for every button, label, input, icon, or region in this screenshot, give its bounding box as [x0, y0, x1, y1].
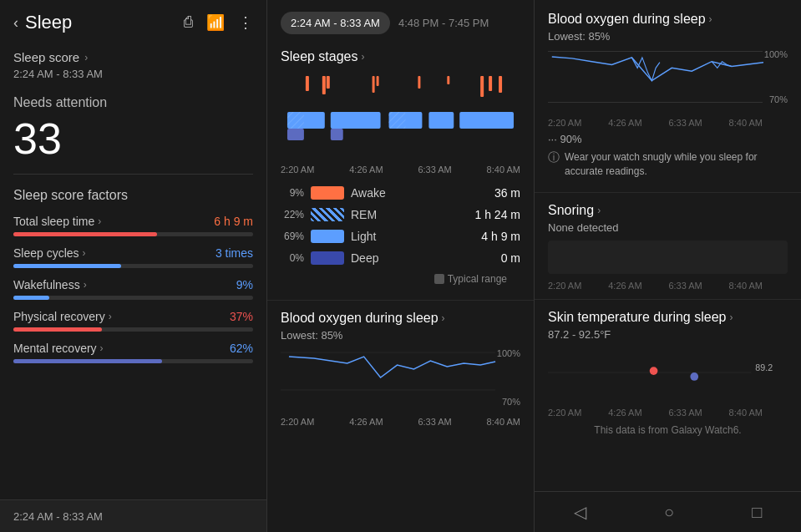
deep-pct: 0%	[281, 252, 304, 264]
light-time: 4 h 9 m	[481, 230, 520, 243]
mid-header: 2:24 AM - 8:33 AM 4:48 PM - 7:45 PM	[267, 0, 534, 43]
pct-70-mid: 70%	[502, 397, 520, 407]
right-panel: Blood oxygen during sleep › Lowest: 85% …	[535, 0, 801, 532]
left-header: ‹ Sleep ⎙ 📶 ⋮	[0, 0, 266, 42]
factor-value-physical-recovery: 37%	[230, 310, 253, 323]
chart-time-3: 6:33 AM	[418, 165, 451, 175]
svg-rect-9	[499, 76, 502, 93]
deep-time: 0 m	[501, 251, 520, 265]
svg-rect-8	[489, 76, 492, 91]
pct-100-mid: 100%	[497, 348, 520, 358]
legend-area: 9% Awake 36 m 22% REM 1 h 24 m 69% Light…	[267, 178, 534, 300]
svg-rect-6	[447, 76, 449, 84]
factor-label-wakefulness: Wakefulness ›	[13, 278, 87, 291]
share-icon[interactable]: ⎙	[184, 13, 193, 32]
light-color	[311, 230, 344, 243]
awake-time: 36 m	[494, 186, 520, 200]
sleep-score-row[interactable]: Sleep score ›	[0, 42, 266, 68]
factor-label-physical-recovery: Physical recovery ›	[13, 310, 112, 323]
factor-sleep-cycles[interactable]: Sleep cycles › 3 times	[0, 241, 266, 273]
factor-wakefulness[interactable]: Wakefulness › 9%	[0, 273, 266, 305]
legend-light: 69% Light 4 h 9 m	[281, 230, 520, 243]
factor-mental-recovery[interactable]: Mental recovery › 62%	[0, 337, 266, 368]
factor-label-sleep-cycles: Sleep cycles ›	[13, 246, 86, 260]
snoring-section: Snoring › None detected 2:20 AM 4:26 AM …	[535, 193, 801, 300]
wear-note: Wear your watch snugly while you sleep f…	[565, 150, 788, 179]
time-range-mid: 4:48 PM - 7:45 PM	[398, 17, 489, 29]
skin-temp-chart: 89.2	[548, 347, 788, 406]
nav-back-button[interactable]: ◁	[557, 499, 603, 525]
snoring-times: 2:20 AM 4:26 AM 6:33 AM 8:40 AM	[548, 279, 788, 291]
factors-title: Sleep score factors	[0, 178, 266, 210]
svg-rect-19	[389, 112, 406, 129]
sleep-score-number: 33	[0, 114, 266, 170]
svg-rect-16	[331, 129, 343, 140]
needs-attention-label: Needs attention	[0, 89, 266, 114]
sleep-stages-header[interactable]: Sleep stages ›	[267, 43, 534, 69]
snoring-title[interactable]: Snoring ›	[548, 203, 788, 218]
nav-recent-button[interactable]: □	[735, 499, 778, 525]
typical-icon	[434, 274, 444, 284]
snoring-chart	[548, 241, 788, 274]
divider	[13, 174, 253, 175]
svg-rect-15	[287, 129, 304, 140]
svg-rect-14	[459, 112, 514, 129]
page-title: Sleep	[25, 12, 72, 33]
nav-home-button[interactable]: ○	[647, 499, 691, 525]
svg-rect-2	[327, 76, 330, 89]
factor-label-mental-recovery: Mental recovery ›	[13, 342, 104, 355]
sleep-score-chevron: ›	[84, 52, 88, 63]
header-icons: ⎙ 📶 ⋮	[184, 13, 253, 32]
chart-time-4: 8:40 AM	[487, 165, 520, 175]
right-pct-70: 70%	[769, 94, 788, 104]
sleep-score-label: Sleep score	[13, 50, 79, 64]
time-pill[interactable]: 2:24 AM - 8:33 AM	[281, 12, 390, 34]
factor-value-mental-recovery: 62%	[230, 342, 253, 355]
right-pct-100: 100%	[764, 49, 788, 59]
chart-grid-top	[548, 51, 763, 52]
stats-icon[interactable]: 📶	[206, 13, 225, 32]
svg-point-24	[690, 372, 698, 381]
mid-bo-times: 2:20 AM 4:26 AM 6:33 AM 8:40 AM	[281, 415, 520, 428]
legend-rem: 22% REM 1 h 24 m	[281, 208, 520, 221]
right-bo-title[interactable]: Blood oxygen during sleep ›	[548, 12, 788, 27]
skin-temp-title[interactable]: Skin temperature during sleep ›	[548, 310, 788, 325]
rem-color	[311, 208, 344, 221]
mid-bo-chart: 100% 70%	[281, 348, 520, 415]
more-icon[interactable]: ⋮	[238, 13, 253, 32]
light-label: Light	[351, 230, 474, 243]
chart-time-1: 2:20 AM	[281, 165, 314, 175]
right-bo-times: 2:20 AM 4:26 AM 6:33 AM 8:40 AM	[548, 116, 788, 128]
skin-temp-range: 87.2 - 92.5°F	[548, 328, 788, 341]
svg-rect-4	[377, 76, 379, 86]
right-bo-chart: 100% 70%	[548, 49, 788, 116]
awake-color	[311, 186, 344, 200]
rem-pct: 22%	[281, 209, 304, 220]
awake-label: Awake	[351, 186, 488, 200]
sleep-stages-chevron: ›	[362, 51, 365, 63]
skin-temp-section: Skin temperature during sleep › 87.2 - 9…	[535, 300, 801, 451]
svg-rect-1	[322, 76, 326, 94]
nav-bar: ◁ ○ □	[535, 491, 801, 532]
factor-total-sleep[interactable]: Total sleep time › 6 h 9 m	[0, 210, 266, 241]
typical-range-label: Typical range	[448, 273, 507, 285]
chart-time-labels: 2:20 AM 4:26 AM 6:33 AM 8:40 AM	[267, 161, 534, 178]
factor-value-wakefulness: 9%	[236, 278, 253, 291]
svg-rect-0	[306, 76, 309, 91]
factor-label-total-sleep: Total sleep time ›	[13, 215, 101, 228]
sleep-stages-label: Sleep stages	[281, 49, 358, 64]
sleep-stages-chart	[267, 69, 534, 161]
right-blood-oxygen-section: Blood oxygen during sleep › Lowest: 85% …	[535, 0, 801, 193]
left-header-left: ‹ Sleep	[13, 12, 72, 33]
svg-text:89.2: 89.2	[755, 362, 773, 372]
rem-label: REM	[351, 208, 469, 221]
light-pct: 69%	[281, 231, 304, 242]
factor-physical-recovery[interactable]: Physical recovery › 37%	[0, 305, 266, 337]
svg-rect-3	[373, 76, 375, 93]
factor-value-sleep-cycles: 3 times	[215, 246, 253, 260]
wear-note-row: ⓘ Wear your watch snugly while you sleep…	[548, 147, 788, 184]
mid-bo-title[interactable]: Blood oxygen during sleep ›	[281, 311, 520, 326]
back-button[interactable]: ‹	[13, 14, 18, 32]
middle-panel: 2:24 AM - 8:33 AM 4:48 PM - 7:45 PM Slee…	[267, 0, 535, 532]
svg-rect-18	[287, 112, 304, 129]
